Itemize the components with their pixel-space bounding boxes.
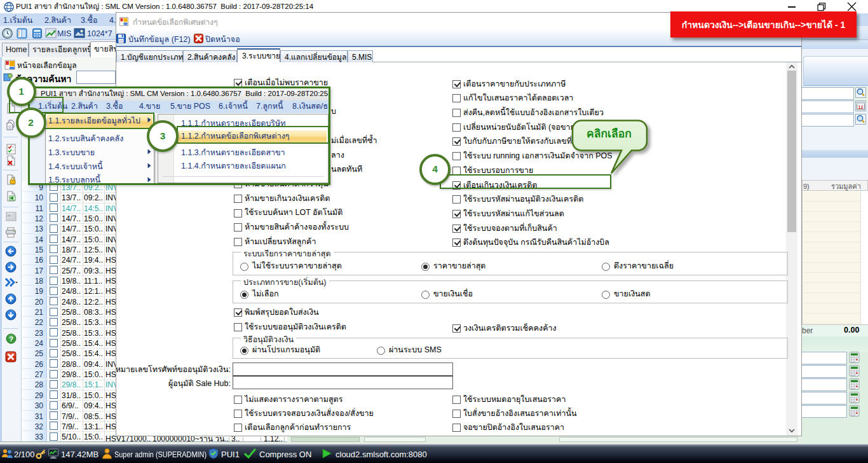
svg-text:?: ? [9,335,13,343]
svg-text:12: 12 [858,104,863,110]
